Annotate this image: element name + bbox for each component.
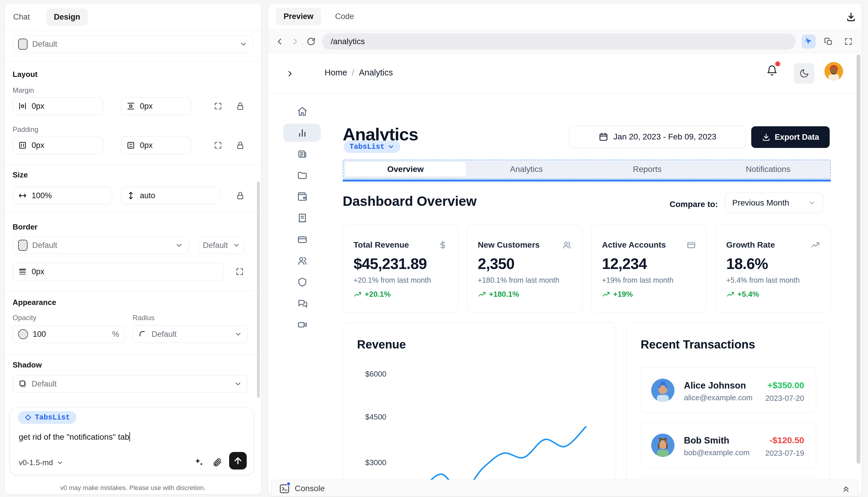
tab-overview[interactable]: Overview <box>345 162 466 176</box>
margin-lock-button[interactable] <box>235 101 246 111</box>
date-range-picker[interactable]: Jan 20, 2023 - Feb 09, 2023 <box>569 126 746 148</box>
shadow-select[interactable]: Default <box>13 375 248 393</box>
bar-chart-icon[interactable] <box>297 127 307 138</box>
tab-design[interactable]: Design <box>46 9 88 26</box>
radius-select[interactable]: Default <box>133 325 248 343</box>
expand-corners-icon <box>235 267 244 276</box>
component-diamond-icon <box>24 414 32 421</box>
border-style-select[interactable]: Default <box>198 237 245 254</box>
tab-preview[interactable]: Preview <box>276 8 321 25</box>
shadow-section-title: Shadow <box>13 360 42 370</box>
padding-horizontal-icon <box>18 141 27 150</box>
download-button[interactable] <box>846 12 856 22</box>
preview-scrollbar[interactable] <box>857 54 860 464</box>
folder-icon[interactable] <box>297 170 307 181</box>
tab-code[interactable]: Code <box>335 12 354 21</box>
size-lock-button[interactable] <box>235 190 246 201</box>
padding-lock-button[interactable] <box>235 140 246 151</box>
transaction-row[interactable]: Bob Smith bob@example.com -$120.50 2023-… <box>640 422 816 468</box>
tab-chat[interactable]: Chat <box>13 13 30 22</box>
divider <box>4 354 261 354</box>
messages-icon[interactable] <box>297 298 307 309</box>
credit-card-icon[interactable] <box>297 234 307 245</box>
border-expand-button[interactable] <box>234 266 245 277</box>
border-color-select[interactable]: Default <box>13 237 189 254</box>
receipt-icon[interactable] <box>297 213 307 223</box>
transaction-name: Alice Johnson <box>684 380 746 391</box>
stat-change: +20.1% from last month <box>354 276 447 284</box>
stat-card-growth-rate: Growth Rate 18.6% +5.4% from last month … <box>716 225 831 313</box>
radius-label: Radius <box>133 314 154 322</box>
news-icon[interactable] <box>297 149 307 159</box>
sidebar-toggle-chevron-icon[interactable] <box>286 69 294 78</box>
bell-icon <box>766 64 778 77</box>
chevron-down-icon <box>234 330 242 338</box>
enhance-prompt-button[interactable] <box>194 457 204 467</box>
prompt-input[interactable]: get rid of the "notifications" tab <box>19 432 130 442</box>
forward-icon[interactable] <box>290 37 300 46</box>
transaction-amount: +$350.00 <box>767 380 804 390</box>
url-input[interactable]: /analytics <box>322 33 796 50</box>
export-label: Export Data <box>775 133 819 142</box>
back-icon[interactable] <box>275 37 285 46</box>
width-input[interactable]: 100% <box>13 187 112 204</box>
padding-y-input[interactable]: 0px <box>121 137 191 154</box>
wallet-icon[interactable] <box>297 191 307 202</box>
model-selector[interactable]: v0-1.5-md <box>19 458 64 467</box>
attach-file-button[interactable] <box>212 457 222 467</box>
video-icon[interactable] <box>297 320 307 330</box>
console-bar[interactable]: Console <box>271 480 859 496</box>
shield-icon[interactable] <box>297 277 307 287</box>
fullscreen-icon <box>844 37 853 46</box>
refresh-icon[interactable] <box>306 37 316 46</box>
opacity-input[interactable]: 100 % <box>13 325 125 343</box>
padding-x-input[interactable]: 0px <box>13 137 103 154</box>
inspect-mode-button[interactable] <box>802 34 816 48</box>
tab-reports[interactable]: Reports <box>587 162 708 176</box>
date-range-value: Jan 20, 2023 - Feb 09, 2023 <box>614 132 716 142</box>
height-input[interactable]: auto <box>121 187 220 204</box>
fullscreen-button[interactable] <box>841 34 855 48</box>
border-color-row: Default Default <box>13 237 254 255</box>
export-data-button[interactable]: Export Data <box>751 126 830 148</box>
terminal-icon-wrap <box>279 483 290 494</box>
notifications-button[interactable] <box>766 64 778 77</box>
tab-notifications[interactable]: Notifications <box>708 162 828 176</box>
home-icon[interactable] <box>297 106 307 117</box>
chevron-down-icon <box>56 459 64 466</box>
tab-analytics[interactable]: Analytics <box>466 162 587 176</box>
style-preset-select[interactable]: Default <box>13 36 253 53</box>
prompt-composer[interactable]: TabsList get rid of the "notifications" … <box>10 407 254 475</box>
expand-corners-icon <box>213 102 222 111</box>
avatar <box>651 434 675 457</box>
transaction-row[interactable]: Alice Johnson alice@example.com +$350.00… <box>640 367 816 413</box>
border-swatch-icon <box>18 240 28 251</box>
margin-expand-button[interactable] <box>213 101 223 111</box>
breadcrumb-home[interactable]: Home <box>325 68 347 77</box>
design-panel: Chat Design Default Layout Margin 0px 0p… <box>4 3 262 495</box>
left-panel-scrollbar[interactable] <box>257 182 260 398</box>
chevron-down-icon <box>234 380 242 388</box>
padding-expand-button[interactable] <box>213 140 223 151</box>
notification-dot <box>775 61 780 66</box>
chevrons-up-icon[interactable] <box>841 484 851 494</box>
margin-label: Margin <box>13 86 34 95</box>
users-icon[interactable] <box>297 256 307 266</box>
margin-y-input[interactable]: 0px <box>121 97 191 115</box>
user-avatar[interactable] <box>824 62 843 81</box>
margin-x-input[interactable]: 0px <box>13 97 103 115</box>
copy-button[interactable] <box>822 34 836 48</box>
dark-mode-toggle[interactable] <box>794 63 814 84</box>
selected-component-chip[interactable]: TabsList <box>18 411 77 424</box>
size-section-title: Size <box>13 170 28 180</box>
send-button[interactable] <box>229 452 247 469</box>
style-preset-value: Default <box>32 40 57 49</box>
selected-component-badge[interactable]: TabsList <box>344 141 400 153</box>
url-text: /analytics <box>331 37 365 46</box>
tabs-list: Overview Analytics Reports Notifications <box>343 160 831 179</box>
compare-select[interactable]: Previous Month <box>725 193 823 213</box>
border-width-input[interactable]: 0px <box>13 263 224 280</box>
calendar-icon <box>599 132 608 142</box>
panel-tab-bar: Chat Design <box>4 3 261 31</box>
breadcrumb-current: Analytics <box>359 68 393 77</box>
